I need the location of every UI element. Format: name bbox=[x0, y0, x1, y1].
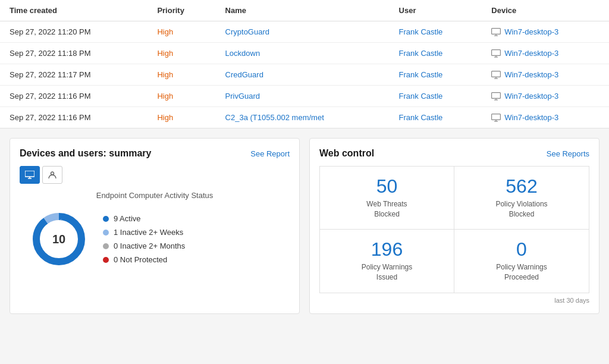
col-time-created: Time created bbox=[0, 0, 147, 21]
cell-name: Lockdown bbox=[216, 43, 390, 64]
col-user: User bbox=[390, 0, 482, 21]
svg-rect-12 bbox=[492, 114, 501, 120]
web-control-header: Web control See Reports bbox=[319, 148, 589, 159]
cell-device: Win7-desktop-3 bbox=[482, 86, 609, 107]
legend-item: 9 Active bbox=[103, 214, 185, 223]
monitor-icon bbox=[491, 49, 501, 58]
legend-dot bbox=[103, 243, 109, 249]
cell-user: Frank Castle bbox=[390, 43, 482, 64]
tab-icons bbox=[20, 166, 290, 184]
legend-dot bbox=[103, 230, 109, 236]
legend-label: 1 Inactive 2+ Weeks bbox=[114, 228, 183, 237]
cell-priority: High bbox=[147, 43, 215, 64]
cell-name: CryptoGuard bbox=[216, 21, 390, 43]
web-control-number: 196 bbox=[329, 239, 444, 260]
cell-device: Win7-desktop-3 bbox=[482, 107, 609, 128]
legend-label: 0 Not Protected bbox=[114, 255, 167, 264]
svg-rect-0 bbox=[492, 28, 501, 34]
devices-panel: Devices and users: summary See Report bbox=[10, 138, 300, 314]
cell-priority: High bbox=[147, 86, 215, 107]
cell-time: Sep 27, 2022 11:16 PM bbox=[0, 107, 147, 128]
web-control-cell: 196 Policy WarningsIssued bbox=[320, 230, 454, 293]
cell-time: Sep 27, 2022 11:18 PM bbox=[0, 43, 147, 64]
devices-panel-header: Devices and users: summary See Report bbox=[20, 148, 290, 159]
web-control-title: Web control bbox=[319, 148, 374, 159]
tab-monitor[interactable] bbox=[20, 166, 40, 184]
main-container: Time created Priority Name User Device S… bbox=[0, 0, 609, 324]
table-header-row: Time created Priority Name User Device bbox=[0, 0, 609, 21]
monitor-icon bbox=[491, 71, 501, 79]
cell-user: Frank Castle bbox=[390, 86, 482, 107]
cell-time: Sep 27, 2022 11:16 PM bbox=[0, 86, 147, 107]
table-row: Sep 27, 2022 11:16 PM High C2_3a (T1055.… bbox=[0, 107, 609, 128]
svg-rect-9 bbox=[492, 92, 501, 98]
donut-chart: 10 bbox=[29, 209, 89, 269]
cell-user: Frank Castle bbox=[390, 21, 482, 43]
col-name: Name bbox=[216, 0, 390, 21]
legend-label: 9 Active bbox=[114, 214, 141, 223]
cell-name: CredGuard bbox=[216, 64, 390, 86]
web-control-label: Policy WarningsIssued bbox=[329, 262, 444, 283]
svg-rect-6 bbox=[492, 71, 501, 77]
web-control-number: 562 bbox=[464, 176, 579, 197]
tab-user[interactable] bbox=[42, 166, 62, 184]
panel-subtitle: Endpoint Computer Activity Status bbox=[20, 191, 290, 200]
legend-dot bbox=[103, 257, 109, 263]
monitor-icon bbox=[491, 92, 501, 101]
cell-priority: High bbox=[147, 107, 215, 128]
legend-dot bbox=[103, 216, 109, 222]
web-control-grid: 50 Web ThreatsBlocked 562 Policy Violati… bbox=[319, 166, 589, 293]
cell-user: Frank Castle bbox=[390, 64, 482, 86]
devices-panel-title: Devices and users: summary bbox=[20, 148, 151, 159]
legend-item: 0 Inactive 2+ Months bbox=[103, 241, 185, 250]
table-row: Sep 27, 2022 11:16 PM High PrivGuard Fra… bbox=[0, 86, 609, 107]
web-control-cell: 562 Policy ViolationsBlocked bbox=[454, 167, 589, 230]
web-control-number: 50 bbox=[329, 176, 444, 197]
col-priority: Priority bbox=[147, 0, 215, 21]
table-row: Sep 27, 2022 11:18 PM High Lockdown Fran… bbox=[0, 43, 609, 64]
bottom-panels: Devices and users: summary See Report bbox=[0, 128, 609, 324]
web-control-panel: Web control See Reports 50 Web ThreatsBl… bbox=[309, 138, 599, 314]
cell-name: PrivGuard bbox=[216, 86, 390, 107]
cell-priority: High bbox=[147, 64, 215, 86]
alerts-table: Time created Priority Name User Device S… bbox=[0, 0, 609, 128]
chart-area: 10 9 Active 1 Inactive 2+ Weeks 0 Inacti… bbox=[20, 209, 290, 269]
cell-device: Win7-desktop-3 bbox=[482, 43, 609, 64]
web-control-cell: 50 Web ThreatsBlocked bbox=[320, 167, 454, 230]
monitor-icon bbox=[491, 28, 501, 36]
web-control-label: Web ThreatsBlocked bbox=[329, 199, 444, 219]
donut-total: 10 bbox=[52, 233, 65, 246]
last-days-note: last 30 days bbox=[319, 297, 589, 304]
table-row: Sep 27, 2022 11:20 PM High CryptoGuard F… bbox=[0, 21, 609, 43]
cell-time: Sep 27, 2022 11:17 PM bbox=[0, 64, 147, 86]
cell-device: Win7-desktop-3 bbox=[482, 21, 609, 43]
svg-rect-3 bbox=[492, 49, 501, 55]
legend-item: 1 Inactive 2+ Weeks bbox=[103, 228, 185, 237]
see-report-link[interactable]: See Report bbox=[250, 149, 290, 158]
cell-name: C2_3a (T1055.002 mem/met bbox=[216, 107, 390, 128]
web-control-label: Policy WarningsProceeded bbox=[464, 262, 579, 283]
web-control-cell: 0 Policy WarningsProceeded bbox=[454, 230, 589, 293]
table-row: Sep 27, 2022 11:17 PM High CredGuard Fra… bbox=[0, 64, 609, 86]
web-control-number: 0 bbox=[464, 239, 579, 260]
monitor-icon bbox=[491, 114, 501, 122]
cell-user: Frank Castle bbox=[390, 107, 482, 128]
cell-priority: High bbox=[147, 21, 215, 43]
cell-device: Win7-desktop-3 bbox=[482, 64, 609, 86]
legend-label: 0 Inactive 2+ Months bbox=[114, 241, 185, 250]
user-icon bbox=[48, 171, 56, 179]
table-section: Time created Priority Name User Device S… bbox=[0, 0, 609, 128]
legend: 9 Active 1 Inactive 2+ Weeks 0 Inactive … bbox=[103, 214, 185, 264]
svg-rect-15 bbox=[25, 171, 34, 177]
legend-item: 0 Not Protected bbox=[103, 255, 185, 264]
cell-time: Sep 27, 2022 11:20 PM bbox=[0, 21, 147, 43]
see-reports-link[interactable]: See Reports bbox=[547, 149, 589, 158]
col-device: Device bbox=[482, 0, 609, 21]
monitor-icon bbox=[25, 171, 34, 179]
web-control-label: Policy ViolationsBlocked bbox=[464, 199, 579, 219]
